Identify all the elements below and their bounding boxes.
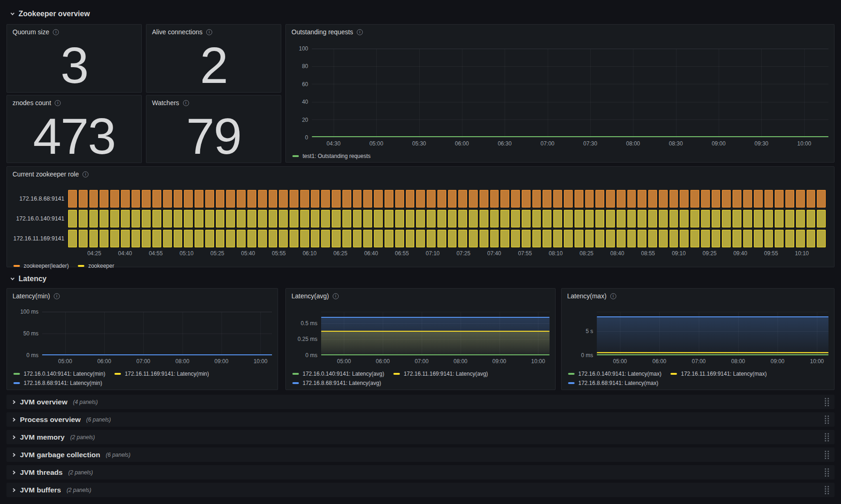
state-bar[interactable] (342, 230, 351, 247)
state-bar[interactable] (416, 230, 425, 247)
state-bar[interactable] (385, 210, 393, 227)
state-bar[interactable] (290, 190, 298, 208)
legend-item[interactable]: 172.16.11.169:9141: Latency(max) (670, 371, 766, 377)
state-bar[interactable] (480, 230, 488, 247)
state-bar[interactable] (690, 210, 699, 227)
state-bar[interactable] (121, 190, 130, 208)
state-bar[interactable] (733, 190, 741, 208)
state-bar[interactable] (712, 190, 721, 208)
state-bar[interactable] (796, 210, 805, 227)
state-bar[interactable] (458, 210, 467, 227)
state-bar[interactable] (701, 190, 710, 208)
state-bar[interactable] (701, 230, 710, 247)
series-line[interactable] (597, 316, 828, 317)
state-bar[interactable] (638, 210, 646, 227)
state-bar[interactable] (595, 190, 604, 208)
state-bar[interactable] (585, 210, 594, 227)
state-bar[interactable] (79, 190, 88, 208)
series-line[interactable] (42, 354, 272, 355)
dashboard-row-jvm-threads[interactable]: JVM threads (2 panels) (6, 465, 835, 479)
state-bar[interactable] (648, 230, 657, 247)
state-bar[interactable] (363, 210, 372, 227)
state-bar[interactable] (121, 230, 130, 247)
info-icon[interactable]: i (82, 171, 89, 177)
state-bar[interactable] (237, 190, 246, 208)
state-bar[interactable] (532, 210, 541, 227)
state-bar[interactable] (68, 190, 77, 208)
state-bar[interactable] (269, 230, 278, 247)
state-bar[interactable] (807, 230, 816, 247)
state-bar[interactable] (522, 230, 531, 247)
state-bar[interactable] (543, 210, 551, 227)
state-bar[interactable] (480, 210, 488, 227)
state-bar[interactable] (575, 230, 583, 247)
state-bar[interactable] (300, 190, 309, 208)
state-bar[interactable] (406, 210, 415, 227)
state-bar[interactable] (606, 210, 615, 227)
state-bar[interactable] (765, 190, 773, 208)
state-bar[interactable] (332, 190, 341, 208)
state-bar[interactable] (79, 210, 88, 227)
state-bar[interactable] (448, 210, 457, 227)
state-bar[interactable] (416, 190, 425, 208)
section-row-zookeeper-overview[interactable]: Zookeeper overview (11, 9, 90, 19)
state-bar[interactable] (152, 230, 161, 247)
state-bar[interactable] (427, 230, 436, 247)
state-bar[interactable] (659, 210, 668, 227)
state-bar[interactable] (743, 190, 752, 208)
state-bar[interactable] (163, 210, 172, 227)
state-bar[interactable] (174, 190, 183, 208)
state-bar[interactable] (205, 230, 214, 247)
state-bar[interactable] (163, 230, 172, 247)
state-bar[interactable] (733, 230, 741, 247)
state-bar[interactable] (511, 230, 520, 247)
state-bar[interactable] (796, 230, 805, 247)
state-bar[interactable] (237, 210, 246, 227)
state-bar[interactable] (575, 190, 583, 208)
state-bar[interactable] (469, 190, 478, 208)
legend-item[interactable]: 172.16.0.140:9141: Latency(max) (568, 371, 661, 377)
panel-header-current-zookeeper-role[interactable]: Current zookeeper role i (13, 167, 828, 182)
series-line[interactable] (321, 317, 550, 318)
state-bar[interactable] (416, 210, 425, 227)
state-bar[interactable] (606, 230, 615, 247)
state-bar[interactable] (659, 190, 668, 208)
state-bar[interactable] (247, 230, 256, 247)
state-bar[interactable] (311, 230, 320, 247)
legend-item[interactable]: test1: Outstanding requests (292, 153, 371, 159)
plot-area[interactable] (597, 312, 828, 355)
state-bar[interactable] (722, 230, 731, 247)
state-bar[interactable] (427, 210, 436, 227)
drag-handle-icon[interactable] (825, 486, 829, 494)
state-bar[interactable] (332, 210, 341, 227)
state-bar[interactable] (754, 210, 763, 227)
state-bar[interactable] (648, 190, 657, 208)
info-icon[interactable]: i (610, 293, 616, 299)
state-bar[interactable] (279, 190, 288, 208)
legend-item[interactable]: 172.16.8.68:9141: Latency(min) (13, 380, 102, 386)
state-bar[interactable] (406, 230, 415, 247)
state-bar[interactable] (321, 230, 330, 247)
state-bar[interactable] (184, 210, 193, 227)
state-bar[interactable] (817, 230, 826, 247)
state-bar[interactable] (321, 190, 330, 208)
state-bar[interactable] (807, 210, 816, 227)
state-bar[interactable] (564, 190, 573, 208)
state-bar[interactable] (606, 190, 615, 208)
state-bar[interactable] (395, 210, 404, 227)
info-icon[interactable]: i (53, 29, 59, 35)
state-bar[interactable] (142, 230, 151, 247)
state-bar[interactable] (775, 210, 784, 227)
state-bar[interactable] (247, 210, 256, 227)
state-bar[interactable] (595, 230, 604, 247)
state-bar[interactable] (269, 190, 278, 208)
state-bar[interactable] (142, 210, 151, 227)
state-bar[interactable] (500, 230, 509, 247)
state-bar[interactable] (522, 190, 531, 208)
state-bar[interactable] (300, 230, 309, 247)
plot-area[interactable] (321, 312, 550, 355)
state-bar[interactable] (722, 210, 731, 227)
state-bar[interactable] (205, 190, 214, 208)
legend-item[interactable]: 172.16.8.68:9141: Latency(avg) (292, 380, 381, 386)
state-bar[interactable] (785, 190, 794, 208)
